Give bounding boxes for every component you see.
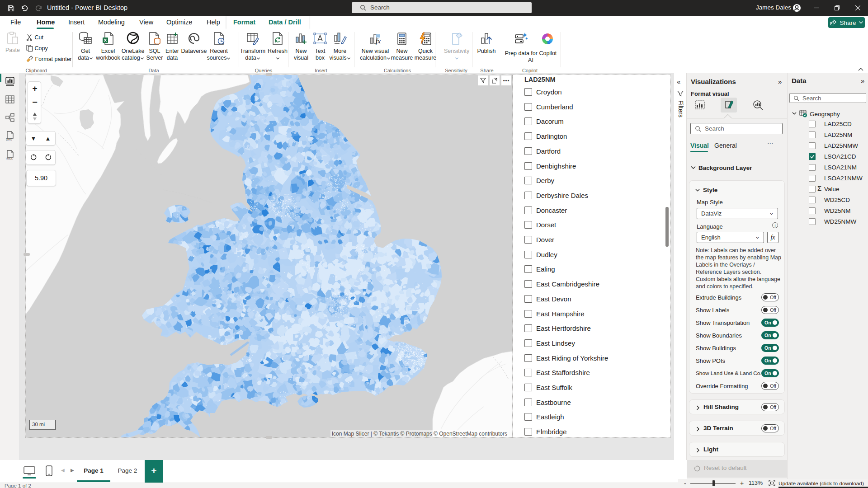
svg-text:TMDL: TMDL [5,157,13,160]
svg-text:fx: fx [376,38,381,45]
svg-text:DAX: DAX [6,138,12,141]
